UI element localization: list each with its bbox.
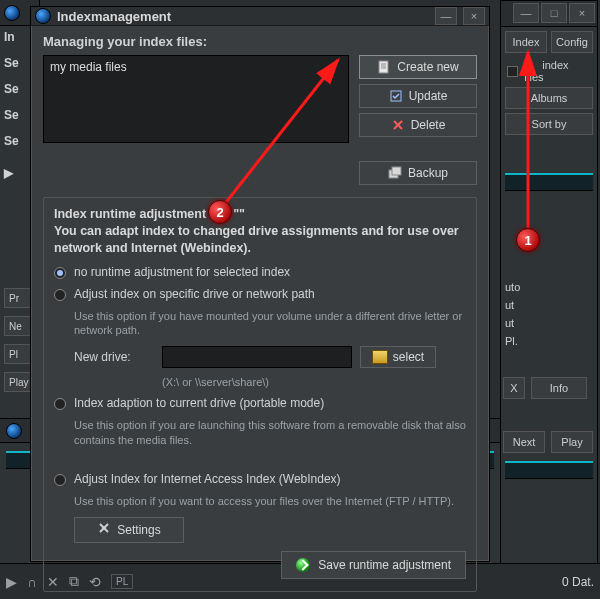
new-drive-label: New drive: xyxy=(74,350,154,364)
radio-icon xyxy=(54,474,66,486)
right-panel: — □ × Index Config a index files Albums … xyxy=(500,0,598,599)
managing-label: Managing your index files: xyxy=(43,34,477,49)
new-drive-hint: (X:\ or \\server\share\) xyxy=(162,376,466,388)
index-list[interactable]: my media files xyxy=(43,55,349,143)
tab-index[interactable]: Index xyxy=(505,31,547,53)
check-all-index-files[interactable]: a index files xyxy=(507,59,591,83)
new-drive-input[interactable] xyxy=(162,346,352,368)
help-webindex: Use this option if you want to access yo… xyxy=(74,494,466,509)
settings-icon xyxy=(97,521,111,538)
dialog-title: Indexmanagement xyxy=(57,9,171,24)
maximize-button[interactable]: □ xyxy=(541,3,567,23)
radio-icon xyxy=(54,398,66,410)
save-runtime-button[interactable]: Save runtime adjustment xyxy=(281,551,466,579)
radio-portable[interactable]: Index adaption to current drive (portabl… xyxy=(54,396,466,410)
right-clipped-labels: uto ut ut Pl. xyxy=(505,281,597,347)
highlight-strip xyxy=(505,173,593,191)
radio-specific-drive[interactable]: Adjust index on specific drive or networ… xyxy=(54,287,466,301)
x-button[interactable]: X xyxy=(503,377,525,399)
update-button[interactable]: Update xyxy=(359,84,477,108)
radio-icon xyxy=(54,267,66,279)
minimize-button[interactable]: — xyxy=(513,3,539,23)
apply-icon xyxy=(296,558,310,572)
svg-rect-0 xyxy=(379,61,388,73)
close-button[interactable]: × xyxy=(569,3,595,23)
delete-icon xyxy=(391,118,405,132)
right-titlebar: — □ × xyxy=(501,1,597,27)
sortby-button[interactable]: Sort by xyxy=(505,113,593,135)
app-icon xyxy=(35,8,51,24)
help-portable: Use this option if you are launching thi… xyxy=(74,418,466,448)
select-drive-button[interactable]: select xyxy=(360,346,436,368)
check-label: a index files xyxy=(524,59,591,83)
tab-config[interactable]: Config xyxy=(551,31,593,53)
help-specific-drive: Use this option if you have mounted your… xyxy=(74,309,466,339)
backup-icon xyxy=(388,166,402,180)
highlight-strip-2 xyxy=(505,461,593,479)
radio-webindex[interactable]: Adjust Index for Internet Access Index (… xyxy=(54,472,466,486)
next-button[interactable]: Next xyxy=(503,431,545,453)
runtime-adjustment-group: Index runtime adjustment For "" You can … xyxy=(43,197,477,592)
group-title: Index runtime adjustment For "" You can … xyxy=(54,206,466,257)
indexmanagement-dialog: Indexmanagement — × Managing your index … xyxy=(30,6,490,562)
update-icon xyxy=(389,89,403,103)
document-icon xyxy=(377,60,391,74)
settings-button[interactable]: Settings xyxy=(74,517,184,543)
albums-button[interactable]: Albums xyxy=(505,87,593,109)
list-item[interactable]: my media files xyxy=(50,60,342,74)
play-button-right[interactable]: Play xyxy=(551,431,593,453)
folder-icon xyxy=(372,350,388,364)
app-icon xyxy=(4,5,20,21)
info-button[interactable]: Info xyxy=(531,377,587,399)
radio-icon xyxy=(54,289,66,301)
backup-button[interactable]: Backup xyxy=(359,161,477,185)
create-new-button[interactable]: Create new xyxy=(359,55,477,79)
status-text: 0 Dat. xyxy=(562,575,594,589)
svg-point-9 xyxy=(102,526,106,530)
svg-rect-8 xyxy=(392,167,401,175)
dialog-titlebar: Indexmanagement — × xyxy=(31,7,489,26)
play-icon[interactable]: ▶ xyxy=(6,574,17,590)
radio-no-adjustment[interactable]: no runtime adjustment for selected index xyxy=(54,265,466,279)
dialog-close-button[interactable]: × xyxy=(463,7,485,25)
left-clipped-labels: In Se Se Se Se ▶ xyxy=(4,30,19,180)
dialog-minimize-button[interactable]: — xyxy=(435,7,457,25)
delete-button[interactable]: Delete xyxy=(359,113,477,137)
app-icon xyxy=(6,423,22,439)
play-icon[interactable]: ▶ xyxy=(4,166,19,180)
